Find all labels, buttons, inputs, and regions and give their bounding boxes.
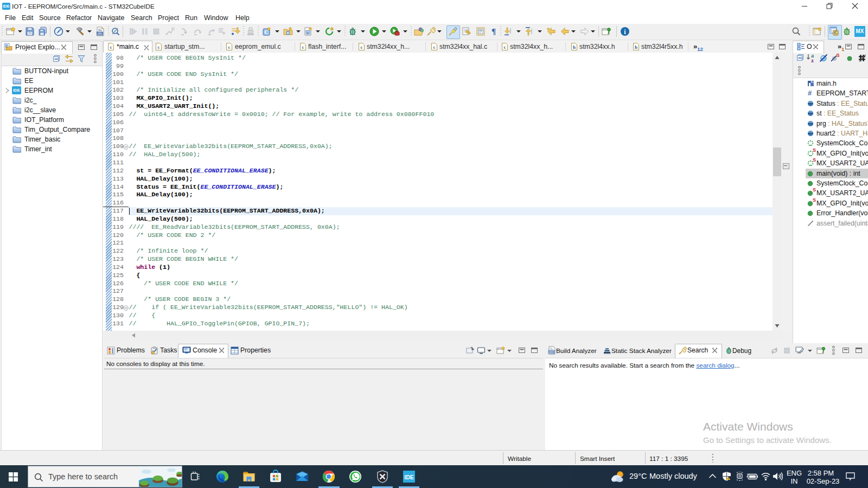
svg-text:C: C: [287, 31, 290, 35]
svg-text:IDE: IDE: [404, 474, 414, 480]
svg-text:c: c: [504, 44, 506, 50]
svg-text:C: C: [834, 30, 837, 35]
svg-text:h: h: [635, 44, 637, 50]
svg-text:c: c: [228, 44, 231, 50]
svg-text:c: c: [307, 30, 309, 35]
svg-text:h: h: [573, 44, 576, 50]
svg-text:c: c: [361, 44, 363, 50]
svg-text:c: c: [302, 44, 304, 50]
svg-text:S: S: [836, 53, 839, 58]
svg-text:010: 010: [97, 31, 103, 35]
svg-text:c: c: [158, 44, 160, 50]
svg-text:z: z: [811, 57, 814, 62]
svg-text:!: !: [728, 477, 729, 480]
svg-text:c: c: [433, 44, 436, 50]
svg-text:¶: ¶: [492, 27, 496, 36]
svg-text:c: c: [110, 44, 112, 50]
svg-text:010: 010: [549, 350, 554, 354]
